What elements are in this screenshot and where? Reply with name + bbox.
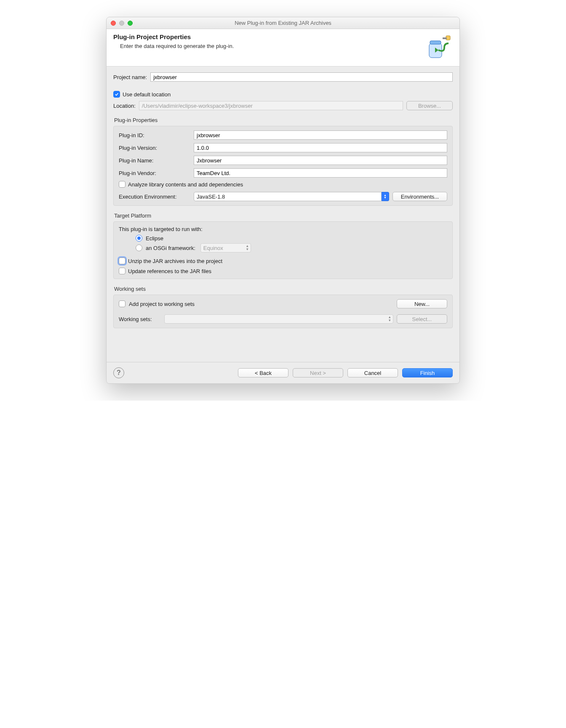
- analyze-deps-label: Analyze library contents and add depende…: [128, 181, 243, 188]
- location-row: Location: Browse...: [113, 101, 453, 110]
- location-input: [139, 101, 403, 110]
- target-osgi-label: an OSGi framework:: [146, 245, 195, 251]
- target-osgi-radio[interactable]: [136, 244, 142, 251]
- cancel-button[interactable]: Cancel: [347, 368, 398, 377]
- plugin-id-label: Plug-in ID:: [119, 132, 190, 138]
- wizard-header-text: Plug-in Project Properties Enter the dat…: [113, 33, 234, 49]
- back-button[interactable]: < Back: [238, 368, 288, 377]
- working-sets-label: Working sets:: [119, 316, 161, 322]
- use-default-location-checkbox[interactable]: [113, 91, 120, 98]
- minimize-icon: [119, 21, 124, 26]
- updown-icon: ▴▾: [246, 244, 248, 251]
- spacer: [113, 328, 453, 358]
- add-to-working-sets-label: Add project to working sets: [129, 301, 393, 307]
- project-name-input[interactable]: [150, 72, 453, 82]
- target-platform-group: Target Platform This plug-in is targeted…: [113, 213, 453, 279]
- unzip-jar-checkbox[interactable]: [119, 258, 125, 264]
- exec-env-value: JavaSE-1.8: [194, 192, 382, 201]
- update-refs-checkbox[interactable]: [119, 268, 125, 274]
- wizard-body: Project name: Use default location Locat…: [107, 66, 459, 362]
- page-title: Plug-in Project Properties: [113, 33, 234, 40]
- exec-env-select[interactable]: JavaSE-1.8 ▲▼: [194, 192, 389, 201]
- finish-button[interactable]: Finish: [402, 368, 453, 377]
- working-sets-value: [164, 314, 393, 324]
- svg-rect-1: [430, 41, 441, 44]
- plugin-jar-icon: [426, 33, 453, 60]
- plugin-vendor-input[interactable]: [194, 168, 447, 178]
- use-default-location-label: Use default location: [123, 91, 171, 98]
- target-platform-body: This plug-in is targeted to run with: Ec…: [113, 221, 453, 279]
- zoom-icon[interactable]: [128, 21, 133, 26]
- help-icon[interactable]: ?: [113, 367, 124, 378]
- check-icon: [115, 92, 119, 96]
- updown-icon: ▴▾: [389, 315, 391, 322]
- location-label: Location:: [113, 103, 136, 109]
- next-button: Next >: [293, 368, 343, 377]
- titlebar: New Plug-in from Existing JAR Archives: [107, 17, 459, 29]
- wizard-header: Plug-in Project Properties Enter the dat…: [107, 29, 459, 66]
- window-controls: [111, 21, 133, 26]
- unzip-jar-label: Unzip the JAR archives into the project: [128, 258, 222, 264]
- plugin-vendor-label: Plug-in Vendor:: [119, 170, 190, 176]
- add-to-working-sets-checkbox[interactable]: [119, 300, 125, 307]
- plugin-properties-title: Plug-in Properties: [114, 117, 453, 123]
- target-intro: This plug-in is targeted to run with:: [119, 226, 447, 232]
- plugin-id-input[interactable]: [194, 130, 447, 140]
- page-subtitle: Enter the data required to generate the …: [120, 43, 234, 49]
- working-sets-title: Working sets: [114, 286, 453, 292]
- working-sets-select: ▴▾: [164, 314, 393, 324]
- osgi-framework-select: Equinox ▴▾: [200, 243, 251, 252]
- updown-icon: ▲▼: [382, 192, 389, 201]
- use-default-location-row: Use default location: [113, 91, 453, 98]
- plugin-properties-group: Plug-in Properties Plug-in ID: Plug-in V…: [113, 117, 453, 206]
- browse-button: Browse...: [406, 101, 453, 110]
- plugin-name-input[interactable]: [194, 156, 447, 165]
- working-sets-body: Add project to working sets New... Worki…: [113, 295, 453, 328]
- analyze-deps-checkbox[interactable]: [119, 181, 125, 188]
- osgi-framework-value: Equinox: [200, 243, 251, 252]
- target-osgi-row: an OSGi framework: Equinox ▴▾: [136, 243, 447, 252]
- plugin-properties-body: Plug-in ID: Plug-in Version: Plug-in Nam…: [113, 126, 453, 206]
- new-working-set-button[interactable]: New...: [397, 299, 447, 308]
- update-refs-label: Update references to the JAR files: [128, 268, 211, 274]
- svg-rect-4: [443, 37, 447, 39]
- exec-env-label: Execution Environment:: [119, 194, 190, 200]
- close-icon[interactable]: [111, 21, 116, 26]
- select-working-set-button: Select...: [397, 314, 447, 324]
- dialog-window: New Plug-in from Existing JAR Archives P…: [106, 17, 460, 384]
- target-eclipse-radio[interactable]: [136, 235, 142, 242]
- target-eclipse-label: Eclipse: [146, 235, 163, 242]
- target-eclipse-row: Eclipse: [136, 235, 447, 242]
- plugin-name-label: Plug-in Name:: [119, 157, 190, 164]
- environments-button[interactable]: Environments...: [392, 192, 447, 201]
- project-name-label: Project name:: [113, 74, 147, 80]
- target-platform-title: Target Platform: [114, 213, 453, 219]
- plugin-version-input[interactable]: [194, 143, 447, 152]
- window-title: New Plug-in from Existing JAR Archives: [111, 20, 455, 26]
- plugin-version-label: Plug-in Version:: [119, 145, 190, 151]
- working-sets-group: Working sets Add project to working sets…: [113, 286, 453, 328]
- project-name-row: Project name:: [113, 72, 453, 82]
- wizard-footer: ? < Back Next > Cancel Finish: [107, 362, 459, 383]
